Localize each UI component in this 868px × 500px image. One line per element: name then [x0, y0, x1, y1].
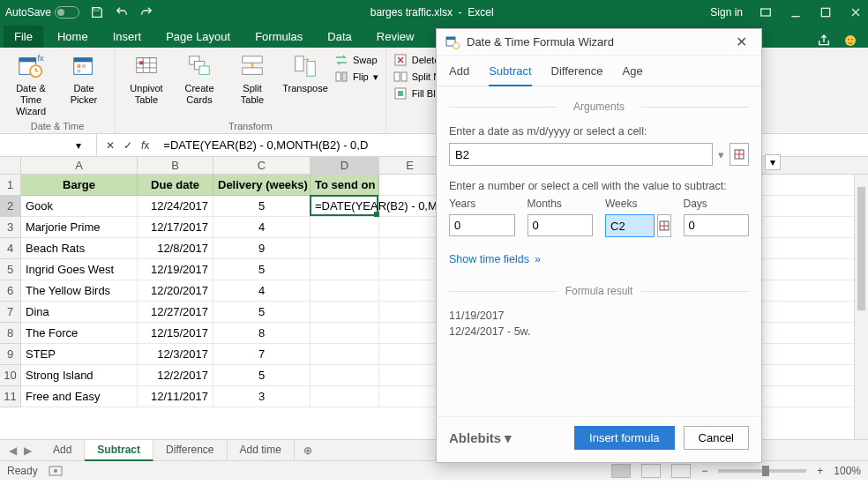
cell[interactable]: 12/15/2017: [138, 323, 213, 344]
cell[interactable]: Gook: [21, 196, 138, 217]
cell[interactable]: 5: [213, 365, 311, 386]
cell[interactable]: 4: [213, 217, 311, 238]
date-time-wizard-button[interactable]: fx Date & Time Wizard: [7, 51, 55, 117]
cell[interactable]: 7: [213, 344, 311, 365]
zoom-level[interactable]: 100%: [834, 465, 861, 477]
transpose-button[interactable]: Transpose: [281, 51, 329, 94]
zoom-slider[interactable]: [718, 469, 806, 473]
row-header-4[interactable]: 4: [0, 238, 21, 259]
header-cell[interactable]: Due date: [138, 175, 213, 196]
insert-formula-button[interactable]: Insert formula: [574, 426, 674, 450]
tab-file[interactable]: File: [4, 26, 43, 48]
cell[interactable]: STEP: [21, 344, 138, 365]
tab-formulas[interactable]: Formulas: [244, 26, 313, 48]
undo-icon[interactable]: [115, 5, 129, 19]
normal-view-button[interactable]: [611, 464, 631, 478]
cell[interactable]: 12/20/2017: [138, 280, 213, 302]
years-input[interactable]: [449, 214, 515, 236]
cell[interactable]: Free and Easy: [21, 386, 138, 407]
accept-formula-icon[interactable]: ✓: [123, 139, 132, 152]
cell[interactable]: [311, 280, 379, 302]
sheet-tab-add-time[interactable]: Add time: [228, 440, 295, 461]
cancel-button[interactable]: Cancel: [684, 426, 749, 450]
cell[interactable]: 4: [213, 280, 311, 302]
date-input[interactable]: [449, 143, 713, 166]
header-cell[interactable]: Barge: [21, 175, 138, 196]
macro-record-icon[interactable]: [49, 466, 63, 476]
tab-data[interactable]: Data: [317, 26, 362, 48]
wizard-tab-difference[interactable]: Difference: [551, 64, 603, 86]
swap-button[interactable]: Swap: [334, 53, 378, 67]
col-header-D[interactable]: D: [311, 157, 379, 175]
sheet-tab-difference[interactable]: Difference: [153, 440, 227, 461]
cell[interactable]: [379, 280, 441, 302]
cell[interactable]: [311, 344, 379, 365]
minimize-icon[interactable]: [789, 5, 803, 19]
cell[interactable]: [379, 217, 441, 238]
unpivot-button[interactable]: Unpivot Table: [123, 51, 170, 106]
weeks-input[interactable]: [605, 214, 655, 237]
wizard-tab-subtract[interactable]: Subtract: [489, 64, 531, 86]
row-header-10[interactable]: 10: [0, 365, 21, 386]
cell[interactable]: [379, 386, 441, 407]
row-header-6[interactable]: 6: [0, 280, 21, 302]
row-header-9[interactable]: 9: [0, 344, 21, 365]
cell[interactable]: Marjorie Prime: [21, 217, 138, 238]
row-header-5[interactable]: 5: [0, 259, 21, 280]
create-cards-button[interactable]: Create Cards: [176, 51, 223, 106]
sheet-next-icon[interactable]: ▶: [24, 444, 32, 457]
tab-home[interactable]: Home: [47, 26, 99, 48]
cell[interactable]: [379, 323, 441, 344]
sheet-prev-icon[interactable]: ◀: [9, 444, 17, 457]
row-header-11[interactable]: 11: [0, 386, 21, 407]
add-sheet-button[interactable]: ⊕: [295, 444, 321, 457]
show-time-fields-link[interactable]: Show time fields»: [449, 253, 749, 265]
cell[interactable]: [379, 344, 441, 365]
expand-formula-bar-icon[interactable]: ▾: [765, 154, 781, 170]
header-cell[interactable]: Delivery (weeks): [213, 175, 311, 196]
header-cell[interactable]: To send on: [311, 175, 379, 196]
cell[interactable]: [311, 217, 379, 238]
cell[interactable]: Beach Rats: [21, 238, 138, 259]
split-table-button[interactable]: Split Table: [228, 51, 276, 106]
ablebits-brand[interactable]: Ablebits ▾: [449, 430, 565, 446]
cell[interactable]: 9: [213, 238, 311, 259]
name-box[interactable]: ▾: [0, 134, 97, 156]
flip-button[interactable]: Flip ▾: [334, 70, 378, 84]
row-header-1[interactable]: 1: [0, 175, 21, 196]
row-header-8[interactable]: 8: [0, 323, 21, 344]
cell[interactable]: 12/24/2017: [138, 196, 213, 217]
row-header-3[interactable]: 3: [0, 217, 21, 238]
col-header-B[interactable]: B: [138, 157, 213, 175]
tab-page-layout[interactable]: Page Layout: [155, 26, 241, 48]
cell[interactable]: [379, 259, 441, 280]
save-icon[interactable]: [90, 5, 104, 19]
tab-review[interactable]: Review: [366, 26, 425, 48]
cell[interactable]: 5: [213, 196, 311, 217]
wizard-tab-age[interactable]: Age: [623, 64, 643, 86]
cell[interactable]: [311, 302, 379, 323]
cell[interactable]: Ingrid Goes West: [21, 259, 138, 280]
redo-icon[interactable]: [139, 5, 153, 19]
smiley-icon[interactable]: [843, 34, 857, 48]
col-header-E[interactable]: E: [379, 157, 441, 175]
row-header-2[interactable]: 2: [0, 196, 21, 217]
cell[interactable]: 12/8/2017: [138, 238, 213, 259]
cell[interactable]: [311, 386, 379, 407]
cell[interactable]: The Force: [21, 323, 138, 344]
cell[interactable]: [311, 259, 379, 280]
cell[interactable]: The Yellow Birds: [21, 280, 138, 302]
close-icon[interactable]: [849, 5, 863, 19]
cell[interactable]: 12/27/2017: [138, 302, 213, 323]
wizard-tab-add[interactable]: Add: [449, 64, 469, 86]
maximize-icon[interactable]: [819, 5, 833, 19]
days-input[interactable]: [684, 214, 750, 236]
cancel-formula-icon[interactable]: ✕: [106, 139, 115, 152]
vertical-scrollbar[interactable]: [854, 175, 868, 439]
cell[interactable]: 12/3/2017: [138, 344, 213, 365]
cell[interactable]: [311, 365, 379, 386]
cell[interactable]: 12/11/2017: [138, 386, 213, 407]
cell[interactable]: [311, 323, 379, 344]
select-all-corner[interactable]: [0, 157, 21, 175]
share-icon[interactable]: [817, 34, 831, 48]
